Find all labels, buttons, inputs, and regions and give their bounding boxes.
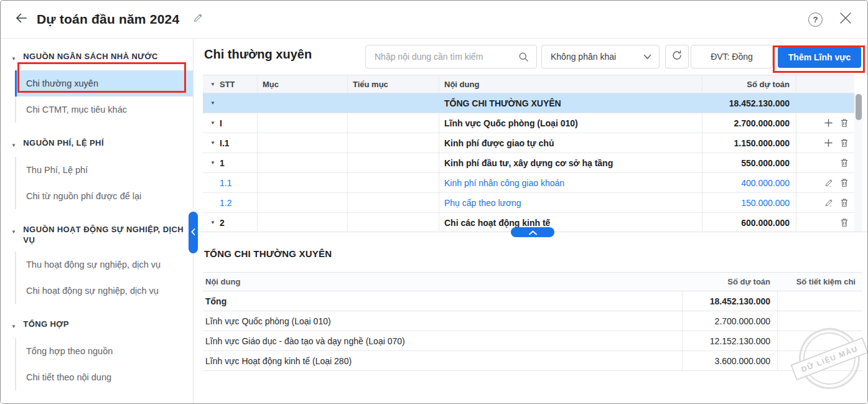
sidebar-item[interactable]: Chi từ nguồn phí được để lại — [16, 183, 193, 209]
caret-down-icon: ▼ — [11, 54, 16, 64]
delete-icon[interactable] — [840, 218, 849, 227]
search-input[interactable] — [366, 52, 518, 62]
caret-down-icon[interactable]: ▼ — [210, 220, 217, 225]
cell-noi-dung[interactable]: Phụ cấp theo lương — [439, 193, 702, 212]
caret-down-icon[interactable]: ▼ — [210, 120, 217, 126]
col-actions — [796, 75, 854, 93]
sidebar-section-label: NGUỒN PHÍ, LỆ PHÍ — [23, 138, 104, 148]
search-icon[interactable] — [518, 52, 529, 62]
collapse-panel-handle[interactable] — [511, 227, 554, 237]
caret-down-icon: ▼ — [11, 321, 16, 332]
back-button[interactable] — [11, 9, 32, 30]
summary-cell-so-du-toan: 2.700.000.000 — [682, 311, 777, 331]
delete-icon[interactable] — [840, 138, 849, 148]
edit-icon[interactable] — [824, 199, 833, 207]
cell-so-du-toan: 550.000.000 — [702, 153, 796, 172]
sidebar-item[interactable]: Thu Phí, Lệ phí — [16, 157, 193, 183]
sidebar-item-selected[interactable]: Chi thường xuyên — [16, 70, 193, 96]
chevron-up-icon — [528, 227, 538, 238]
sidebar-section: ▼TỔNG HỢPTổng hợp theo nguồnChi tiết the… — [1, 319, 193, 390]
summary-cell-so-du-toan: 12.152.130.000 — [682, 331, 777, 350]
table-row[interactable]: ▼1.2Phụ cấp theo lương150.000.000 — [203, 193, 854, 213]
add-icon[interactable] — [824, 118, 833, 128]
search-box — [365, 45, 537, 68]
delete-icon[interactable] — [840, 178, 849, 187]
sidebar-section-header[interactable]: ▼NGUỒN HOẠT ĐỘNG SỰ NGHIỆP, DỊCH VỤ — [1, 224, 193, 245]
cell-noi-dung: Chi các hoạt động kinh tế — [439, 213, 702, 232]
close-button[interactable] — [839, 11, 852, 27]
app-window: Dự toán đầu năm 2024 ? ▼NGUỒN NGÂN SÁCH … — [0, 0, 868, 404]
sidebar: ▼NGUỒN NGÂN SÁCH NHÀ NƯỚCChi thường xuyê… — [1, 39, 194, 403]
col-noi-dung: Nội dung — [439, 75, 702, 93]
cell-actions — [796, 153, 854, 172]
summary-col-noi-dung: Nội dung — [203, 273, 682, 291]
sidebar-section: ▼NGUỒN NGÂN SÁCH NHÀ NƯỚCChi thường xuyê… — [1, 51, 193, 123]
sidebar-section-items: Thu Phí, Lệ phíChi từ nguồn phí được để … — [15, 157, 193, 209]
grid-scrollbar-thumb[interactable] — [856, 94, 862, 120]
cell-so-du-toan: 400.000.000 — [702, 173, 796, 192]
cell-muc — [258, 173, 348, 192]
cell-noi-dung: Lĩnh vực Quốc phòng (Loại 010) — [439, 113, 702, 133]
table-row[interactable]: ▼I.1Kinh phí được giao tự chủ1.150.000.0… — [203, 133, 854, 153]
question-icon: ? — [813, 15, 818, 24]
header-actions: ? — [808, 11, 852, 27]
sidebar-section-items: Tổng hợp theo nguồnChi tiết theo nội dun… — [15, 338, 193, 390]
sidebar-item[interactable]: Chi hoạt động sự nghiệp, dịch vụ — [16, 278, 193, 304]
cell-stt: ▼1.1 — [203, 173, 258, 192]
cell-so-du-toan: 1.150.000.000 — [702, 133, 796, 153]
sidebar-section-header[interactable]: ▼NGUỒN NGÂN SÁCH NHÀ NƯỚC — [1, 51, 193, 64]
cell-tieu-muc — [348, 193, 439, 212]
col-stt: STT — [220, 80, 235, 89]
stt-value: 1 — [220, 158, 225, 168]
caret-down-icon[interactable]: ▼ — [210, 140, 217, 146]
allocation-filter-select[interactable]: Không phân khai — [541, 45, 660, 68]
cell-noi-dung: TỔNG CHI THƯỜNG XUYÊN — [439, 93, 702, 113]
sidebar-item[interactable]: Tổng hợp theo nguồn — [16, 338, 193, 364]
sidebar-section-header[interactable]: ▼TỔNG HỢP — [1, 319, 193, 332]
budget-grid: ▼ STT Mục Tiểu mục Nội dung Số dự toán ▼… — [203, 75, 854, 232]
refresh-icon — [671, 50, 683, 63]
cell-actions — [796, 193, 854, 212]
caret-down-icon[interactable]: ▼ — [210, 100, 217, 106]
caret-down-icon: ▼ — [11, 140, 16, 151]
summary-cell-noi-dung: Tổng — [203, 291, 682, 311]
summary-row: Lĩnh vực Hoạt động kinh tế (Loại 280)3.6… — [203, 351, 862, 371]
cell-stt: ▼ — [203, 93, 258, 113]
cell-stt: ▼1 — [203, 153, 258, 172]
cell-tieu-muc — [348, 113, 439, 133]
add-icon[interactable] — [824, 138, 833, 148]
table-row[interactable]: ▼1.1Kinh phí nhân công giao khoán400.000… — [203, 173, 854, 193]
summary-cell-so-tiet-kiem-chi — [777, 331, 862, 350]
grid-scrollbar[interactable] — [854, 94, 862, 232]
sidebar-item[interactable]: Chi tiết theo nội dung — [16, 364, 193, 390]
sidebar-item[interactable]: Thu hoạt động sự nghiệp, dịch vụ — [16, 251, 193, 278]
caret-down-icon[interactable]: ▼ — [210, 160, 217, 166]
delete-icon[interactable] — [840, 198, 849, 207]
edit-title-button[interactable] — [193, 13, 203, 26]
cell-muc — [258, 93, 348, 113]
delete-icon[interactable] — [840, 118, 849, 128]
sidebar-item[interactable]: Chi CTMT, mục tiêu khác — [16, 96, 193, 123]
cell-noi-dung: Kinh phí đầu tư, xây dựng cơ sở hạ tầng — [439, 153, 702, 172]
filter-selected-value: Không phân khai — [551, 52, 643, 62]
table-row[interactable]: ▼TỔNG CHI THƯỜNG XUYÊN18.452.130.000 — [203, 93, 854, 113]
cell-muc — [258, 133, 348, 153]
col-so-du-toan: Số dự toán — [702, 75, 796, 93]
refresh-button[interactable] — [665, 45, 689, 68]
cell-so-du-toan: 2.700.000.000 — [702, 113, 796, 133]
sidebar-section-header[interactable]: ▼NGUỒN PHÍ, LỆ PHÍ — [1, 138, 193, 151]
help-button[interactable]: ? — [808, 12, 823, 27]
table-row[interactable]: ▼ILĩnh vực Quốc phòng (Loại 010)2.700.00… — [203, 113, 854, 133]
summary-body: Tổng18.452.130.000Lĩnh vực Quốc phòng (L… — [203, 291, 862, 371]
summary-cell-so-tiet-kiem-chi — [777, 291, 862, 311]
sidebar-collapse-handle[interactable] — [189, 212, 198, 253]
delete-icon[interactable] — [840, 158, 849, 167]
summary-col-so-tiet-kiem-chi: Số tiết kiệm chi — [777, 273, 862, 291]
table-row[interactable]: ▼1Kinh phí đầu tư, xây dựng cơ sở hạ tần… — [203, 153, 854, 173]
edit-icon[interactable] — [824, 179, 833, 187]
cell-actions — [796, 133, 854, 153]
add-linh-vuc-button[interactable]: Thêm Lĩnh vực — [778, 47, 861, 68]
cell-noi-dung[interactable]: Kinh phí nhân công giao khoán — [439, 173, 702, 192]
cell-tieu-muc — [348, 173, 439, 192]
caret-down-icon[interactable]: ▼ — [210, 82, 217, 87]
